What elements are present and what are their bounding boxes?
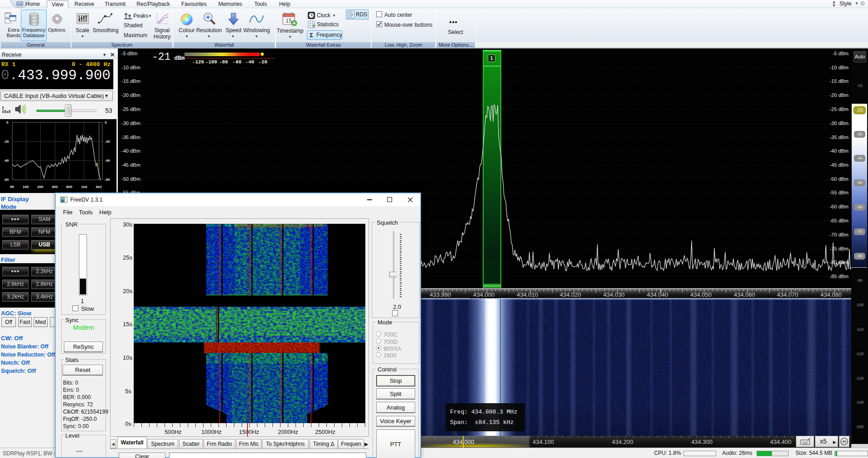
svg-text:-40: -40 (4, 159, 9, 163)
svg-text:15: 15 (286, 18, 292, 24)
svg-text:800: 800 (66, 185, 73, 189)
svg-text:-40: -40 (105, 159, 110, 163)
svg-text:0: 0 (105, 121, 107, 125)
svg-text:-60: -60 (105, 178, 110, 182)
svg-text:3k2: 3k2 (96, 185, 102, 189)
svg-text:-20: -20 (105, 140, 110, 144)
svg-text:200: 200 (37, 185, 44, 189)
svg-text:9: 9 (313, 24, 315, 28)
svg-text:0: 0 (6, 121, 9, 125)
svg-text:-60: -60 (4, 178, 9, 182)
svg-text:100: 100 (23, 185, 29, 189)
svg-text:-20: -20 (4, 140, 9, 144)
svg-text:400: 400 (52, 185, 58, 189)
svg-text:1k6: 1k6 (81, 185, 87, 189)
svg-text:50: 50 (10, 185, 14, 189)
